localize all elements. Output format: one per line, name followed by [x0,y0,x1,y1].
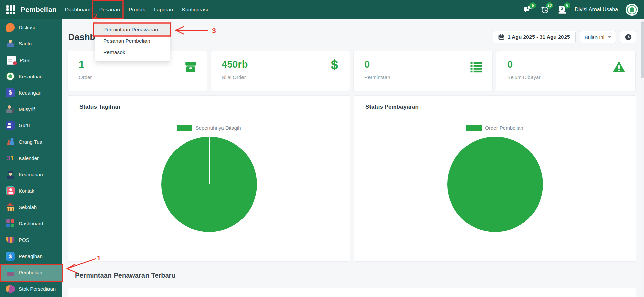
keuangan-icon [6,88,15,97]
dashboard-grid-icon [6,219,15,228]
guru-icon [6,121,15,130]
svg-text:$: $ [561,6,563,11]
sidebar-item-psb[interactable]: PSB [0,52,62,68]
legend-swatch [177,125,192,131]
time-filter-button[interactable] [620,31,636,43]
sidebar-item-diskusi[interactable]: Diskusi [0,19,62,36]
sidebar-item-label: Kontak [19,188,34,194]
sidebar-item-kontak[interactable]: Kontak [0,183,62,199]
kpi-card-permintaan: 0 Permintaan [353,51,493,91]
pie-chart-status-tagihan [161,137,257,232]
sidebar-item-label: Santri [19,41,32,46]
sidebar-item-santri[interactable]: Santri [0,36,62,52]
kpi-card-nilai-order: 450rb Nilai Order $ [211,51,350,91]
sidebar-item-label: Guru [19,122,30,128]
sidebar-item-label: Penagihan [19,253,43,259]
sidebar-item-label: Diskusi [19,25,35,30]
chat-icon[interactable]: 5 [523,5,533,14]
sidebar-item-keamanan[interactable]: Keamanan [0,166,62,183]
chart-legend: Sepenuhnya Ditagih [68,125,350,131]
sidebar-item-keuangan[interactable]: Keuangan [0,84,62,101]
sidebar-item-label: Pembelian [19,270,42,275]
menu-item-produk[interactable]: Produk [124,0,150,19]
kesantrian-icon [6,72,15,81]
kpi-card-belum-dibayar: 0 Belum Dibayar [496,51,636,91]
kalender-icon [6,154,15,162]
dollar-icon: $ [331,58,338,72]
menu-item-pesanan[interactable]: Pesanan [95,0,124,19]
penagihan-icon [6,252,15,261]
sidebar-item-label: Kesantrian [19,74,43,79]
sales-doc-icon[interactable]: $ 5 [557,5,567,14]
sidebar-item-label: Keamanan [19,172,43,177]
legend-swatch [466,125,482,131]
sidebar-item-orang-tua[interactable]: Orang Tua [0,134,62,150]
sidebar-item-pos[interactable]: POS [0,232,62,248]
kpi-value: 0 [507,59,513,70]
sidebar-item-label: Musyrif [19,106,35,112]
charts-row: Status Tagihan Sepenuhnya Ditagih Status… [68,95,636,262]
apps-grid-icon[interactable] [6,5,15,14]
kpi-value: 1 [79,59,84,70]
santri-icon [6,39,15,48]
clock-icon [625,34,632,40]
user-name[interactable]: Divisi Amal Usaha [575,7,618,13]
section-title: Permintaan Penawaran Terbaru [75,272,176,280]
sidebar: Diskusi Santri PSB Kesantrian Keuangan M… [0,19,62,297]
dropdown-item-pesanan-pembelian[interactable]: Pesanan Pembelian [95,35,170,47]
sidebar-item-sekolah[interactable]: Sekolah [0,199,62,216]
kpi-label: Permintaan [364,74,390,80]
menu-item-laporan[interactable]: Laporan [150,0,178,19]
menu-item-dashboard[interactable]: Dashboard [61,0,95,19]
dropdown-item-permintaan-penawaran[interactable]: Permintaan Penawaran [95,24,170,35]
date-range-button[interactable]: 1 Agu 2025 - 31 Agu 2025 [493,31,576,43]
chart-title: Status Tagihan [79,104,120,110]
kpi-value: 0 [364,59,370,70]
pembelian-icon [6,268,15,277]
sidebar-item-stok-persediaan[interactable]: Stok Persediaan [0,281,62,297]
kpi-label: Nilai Order [222,74,246,80]
legend-label: Order Pembelian [485,125,523,131]
sidebar-item-label: Orang Tua [19,139,42,145]
sekolah-icon [6,203,15,212]
chart-legend: Order Pembelian [354,125,636,131]
archive-box-icon [184,60,197,74]
sidebar-item-kesantrian[interactable]: Kesantrian [0,68,62,85]
warning-triangle-icon [612,60,626,74]
sidebar-item-label: Stok Persediaan [19,286,56,292]
date-range-value: 1 Agu 2025 - 31 Agu 2025 [508,34,570,40]
sidebar-item-guru[interactable]: Guru [0,117,62,134]
list-icon [470,60,483,74]
sidebar-item-musyrif[interactable]: Musyrif [0,101,62,117]
history-icon[interactable]: 23 [540,5,550,14]
sidebar-item-kalender[interactable]: Kalender [0,150,62,166]
history-badge: 23 [546,2,553,9]
sidebar-item-pembelian[interactable]: Pembelian [0,264,62,281]
sidebar-item-label: Kalender [19,155,39,161]
menu-item-konfigurasi[interactable]: Konfigurasi [178,0,213,19]
sidebar-item-label: PSB [20,57,30,63]
brand-title: Pembelian [21,6,57,14]
sales-badge: 5 [564,2,570,9]
header-controls: 1 Agu 2025 - 31 Agu 2025 Bulan Ini [493,31,636,43]
kpi-label: Belum Dibayar [507,74,540,80]
chart-title: Status Pembayaran [365,104,419,110]
chart-card-status-pembayaran: Status Pembayaran Order Pembelian [354,95,636,262]
pie-chart-status-pembayaran [447,137,543,232]
kpi-value: 450rb [222,59,248,70]
calendar-icon [498,34,504,40]
pesanan-dropdown: Permintaan Penawaran Pesanan Pembelian P… [95,21,170,62]
sidebar-item-penagihan[interactable]: Penagihan [0,248,62,264]
diskusi-icon [6,23,15,32]
dropdown-item-pemasok[interactable]: Pemasok [95,47,170,58]
sidebar-item-label: POS [19,237,29,243]
pos-awning-icon [6,235,15,244]
psb-icon [7,56,16,64]
navbar-menu: Dashboard Pesanan Produk Laporan Konfigu… [61,0,213,19]
navbar-right: 5 23 $ 5 Divisi Amal Usaha [523,4,638,16]
period-value: Bulan Ini [585,34,604,40]
scrollbar-thumb[interactable] [641,21,644,78]
avatar[interactable] [626,4,638,16]
period-select[interactable]: Bulan Ini [580,31,616,43]
sidebar-item-dashboard[interactable]: Dashboard [0,215,62,232]
